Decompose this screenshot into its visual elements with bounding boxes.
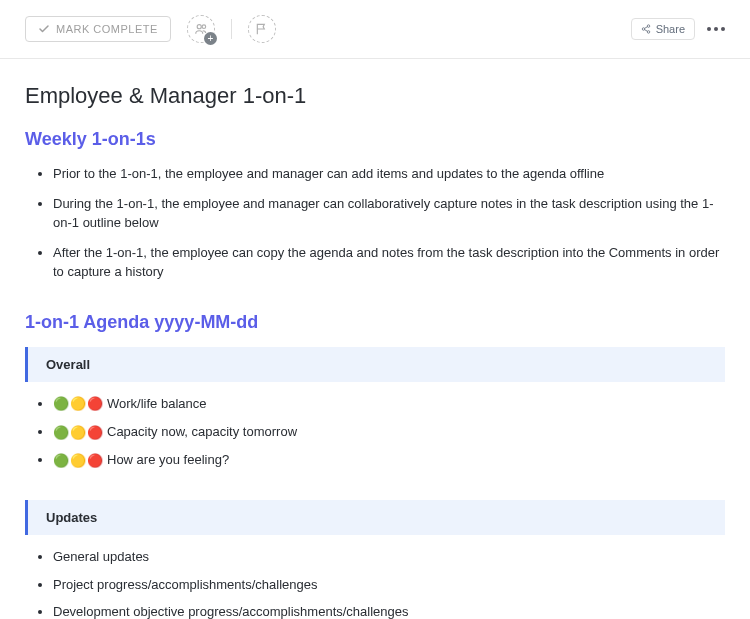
mark-complete-button[interactable]: MARK COMPLETE: [25, 16, 171, 42]
weekly-heading: Weekly 1-on-1s: [25, 129, 725, 150]
plus-badge-icon: +: [204, 32, 217, 45]
svg-point-4: [647, 31, 650, 34]
updates-list: General updates Project progress/accompl…: [25, 547, 725, 619]
traffic-light-icon: 🟢🟡🔴: [53, 394, 103, 414]
check-icon: [38, 23, 50, 35]
traffic-light-icon: 🟢🟡🔴: [53, 451, 103, 471]
header-left-group: MARK COMPLETE +: [25, 15, 276, 43]
list-item: During the 1-on-1, the employee and mana…: [53, 194, 725, 233]
flag-button[interactable]: [248, 15, 276, 43]
updates-title: Updates: [46, 510, 707, 525]
list-item: 🟢🟡🔴Work/life balance: [53, 394, 725, 414]
assignee-button[interactable]: +: [187, 15, 215, 43]
dot-icon: [721, 27, 725, 31]
list-item: 🟢🟡🔴Capacity now, capacity tomorrow: [53, 422, 725, 442]
document-content: Employee & Manager 1-on-1 Weekly 1-on-1s…: [0, 59, 750, 619]
list-item: Project progress/accomplishments/challen…: [53, 575, 725, 595]
dot-icon: [707, 27, 711, 31]
list-item: Development objective progress/accomplis…: [53, 602, 725, 619]
overall-callout: Overall: [25, 347, 725, 382]
page-title: Employee & Manager 1-on-1: [25, 83, 725, 109]
agenda-heading: 1-on-1 Agenda yyyy-MM-dd: [25, 312, 725, 333]
weekly-list: Prior to the 1-on-1, the employee and ma…: [25, 164, 725, 282]
list-item: After the 1-on-1, the employee can copy …: [53, 243, 725, 282]
svg-point-3: [642, 28, 645, 31]
svg-line-5: [644, 27, 647, 29]
list-item: Prior to the 1-on-1, the employee and ma…: [53, 164, 725, 184]
svg-line-6: [644, 30, 647, 32]
list-item: General updates: [53, 547, 725, 567]
svg-point-2: [647, 25, 650, 28]
more-menu-button[interactable]: [707, 27, 725, 31]
list-item: 🟢🟡🔴How are you feeling?: [53, 450, 725, 470]
overall-list: 🟢🟡🔴Work/life balance 🟢🟡🔴Capacity now, ca…: [25, 394, 725, 471]
svg-point-1: [202, 25, 206, 29]
header-divider: [231, 19, 232, 39]
traffic-light-icon: 🟢🟡🔴: [53, 423, 103, 443]
updates-callout: Updates: [25, 500, 725, 535]
header-right-group: Share: [631, 18, 725, 40]
dot-icon: [714, 27, 718, 31]
flag-icon: [255, 22, 269, 36]
updates-section: Updates General updates Project progress…: [25, 500, 725, 619]
overall-section: Overall 🟢🟡🔴Work/life balance 🟢🟡🔴Capacity…: [25, 347, 725, 471]
share-icon: [641, 24, 651, 34]
overall-title: Overall: [46, 357, 707, 372]
svg-point-0: [197, 25, 201, 29]
share-button[interactable]: Share: [631, 18, 695, 40]
header-bar: MARK COMPLETE + Share: [0, 0, 750, 59]
share-label: Share: [656, 23, 685, 35]
mark-complete-label: MARK COMPLETE: [56, 23, 158, 35]
